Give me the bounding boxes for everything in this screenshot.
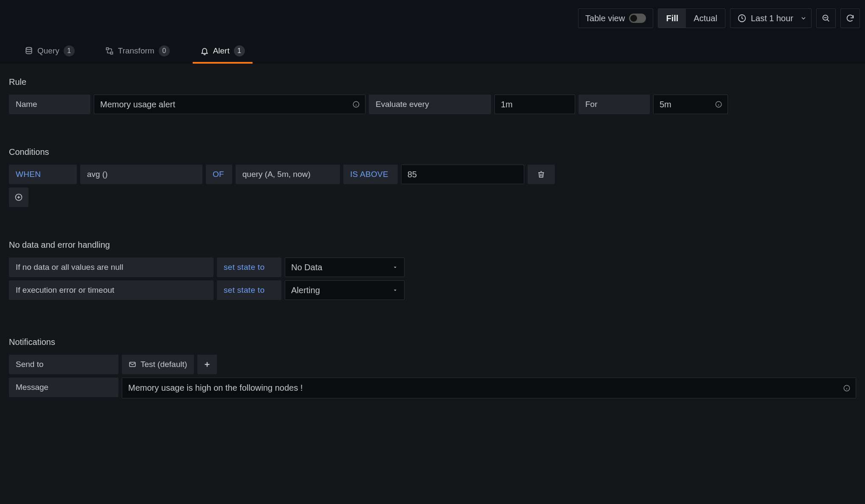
trash-icon bbox=[537, 170, 545, 179]
refresh-icon bbox=[845, 14, 855, 23]
tab-transform-count: 0 bbox=[159, 45, 170, 56]
for-label: For bbox=[579, 95, 650, 114]
fill-segment[interactable]: Fill bbox=[658, 9, 686, 28]
evaluate-every-label: Evaluate every bbox=[369, 95, 491, 114]
time-range-picker[interactable]: Last 1 hour bbox=[730, 8, 812, 28]
condition-query[interactable]: query (A, 5m, now) bbox=[236, 165, 340, 184]
section-title-nodata: No data and error handling bbox=[9, 240, 856, 250]
info-icon[interactable] bbox=[843, 384, 851, 392]
condition-of: OF bbox=[206, 165, 232, 184]
table-view-label: Table view bbox=[585, 14, 625, 23]
nodata-state-select[interactable]: No Data bbox=[285, 258, 404, 277]
delete-condition-button[interactable] bbox=[528, 165, 555, 184]
section-title-notifications: Notifications bbox=[9, 337, 856, 347]
evaluate-every-input[interactable]: 1m bbox=[494, 95, 575, 114]
caret-down-icon bbox=[392, 287, 398, 293]
condition-threshold-value: 85 bbox=[407, 170, 417, 179]
zoom-out-icon bbox=[821, 14, 831, 23]
tab-transform[interactable]: Transform 0 bbox=[98, 38, 177, 64]
svg-rect-5 bbox=[106, 48, 108, 50]
nodata-row-2: If execution error or timeout set state … bbox=[9, 280, 856, 300]
toggle-thumb bbox=[630, 15, 637, 22]
panel-toolbar: Table view Fill Actual Last 1 hour bbox=[0, 0, 865, 38]
name-label: Name bbox=[9, 95, 90, 114]
message-value: Memory usage is high on the following no… bbox=[128, 383, 303, 392]
name-value: Memory usage alert bbox=[100, 100, 175, 109]
transform-icon bbox=[105, 47, 114, 55]
section-title-rule: Rule bbox=[9, 77, 856, 87]
database-icon bbox=[25, 47, 33, 55]
message-row: Message Memory usage is high on the foll… bbox=[9, 378, 856, 398]
table-view-toggle[interactable]: Table view bbox=[578, 8, 653, 28]
set-state-to-2: set state to bbox=[217, 280, 281, 300]
notification-channel-label: Test (default) bbox=[140, 360, 187, 369]
tab-query[interactable]: Query 1 bbox=[17, 38, 82, 64]
tab-alert-count: 1 bbox=[234, 45, 245, 56]
condition-row: WHEN avg () OF query (A, 5m, now) IS ABO… bbox=[9, 165, 856, 184]
tab-alert-label: Alert bbox=[213, 46, 230, 56]
fill-actual-segmented: Fill Actual bbox=[658, 8, 725, 28]
caret-down-icon bbox=[392, 264, 398, 270]
tab-query-label: Query bbox=[37, 46, 59, 56]
for-value: 5m bbox=[660, 100, 671, 109]
condition-when[interactable]: WHEN bbox=[9, 165, 77, 184]
sendto-row: Send to Test (default) bbox=[9, 355, 856, 374]
notification-channel-chip[interactable]: Test (default) bbox=[122, 355, 194, 374]
mail-icon bbox=[129, 361, 136, 368]
nodata-row-1: If no data or all values are null set st… bbox=[9, 258, 856, 277]
message-textarea[interactable]: Memory usage is high on the following no… bbox=[122, 378, 856, 398]
svg-line-3 bbox=[827, 20, 829, 21]
rule-row: Name Memory usage alert Evaluate every 1… bbox=[9, 95, 856, 114]
set-state-to-1: set state to bbox=[217, 258, 281, 277]
tab-transform-label: Transform bbox=[118, 46, 154, 56]
error-state-value: Alerting bbox=[291, 286, 320, 295]
add-condition-row bbox=[9, 188, 856, 207]
name-input[interactable]: Memory usage alert bbox=[94, 95, 365, 114]
plus-circle-icon bbox=[14, 193, 23, 202]
nodata-label-2: If execution error or timeout bbox=[9, 280, 213, 300]
add-channel-button[interactable] bbox=[197, 355, 217, 374]
for-input[interactable]: 5m bbox=[653, 95, 728, 114]
clock-icon bbox=[737, 14, 747, 23]
plus-icon bbox=[202, 360, 212, 369]
condition-aggregator[interactable]: avg () bbox=[80, 165, 202, 184]
refresh-button[interactable] bbox=[840, 8, 860, 28]
condition-threshold-input[interactable]: 85 bbox=[401, 165, 524, 184]
sendto-label: Send to bbox=[9, 355, 118, 374]
bell-icon bbox=[200, 47, 209, 55]
nodata-label-1: If no data or all values are null bbox=[9, 258, 213, 277]
actual-segment[interactable]: Actual bbox=[686, 9, 725, 28]
info-icon[interactable] bbox=[352, 101, 360, 108]
info-icon[interactable] bbox=[715, 101, 722, 108]
message-label: Message bbox=[9, 378, 118, 397]
tab-alert[interactable]: Alert 1 bbox=[193, 38, 253, 64]
section-title-conditions: Conditions bbox=[9, 147, 856, 157]
toggle-switch[interactable] bbox=[629, 14, 646, 23]
alert-editor-body: Rule Name Memory usage alert Evaluate ev… bbox=[0, 64, 865, 504]
condition-is-above[interactable]: IS ABOVE bbox=[343, 165, 398, 184]
error-state-select[interactable]: Alerting bbox=[285, 280, 404, 300]
chevron-down-icon bbox=[800, 15, 807, 22]
add-condition-button[interactable] bbox=[9, 188, 28, 207]
tab-query-count: 1 bbox=[64, 45, 75, 56]
svg-point-4 bbox=[26, 48, 31, 50]
time-range-label: Last 1 hour bbox=[751, 14, 793, 23]
evaluate-every-value: 1m bbox=[501, 100, 513, 109]
nodata-state-value: No Data bbox=[291, 263, 322, 272]
svg-rect-6 bbox=[110, 52, 112, 54]
editor-tabs: Query 1 Transform 0 Alert 1 bbox=[0, 38, 865, 64]
zoom-out-button[interactable] bbox=[816, 8, 836, 28]
